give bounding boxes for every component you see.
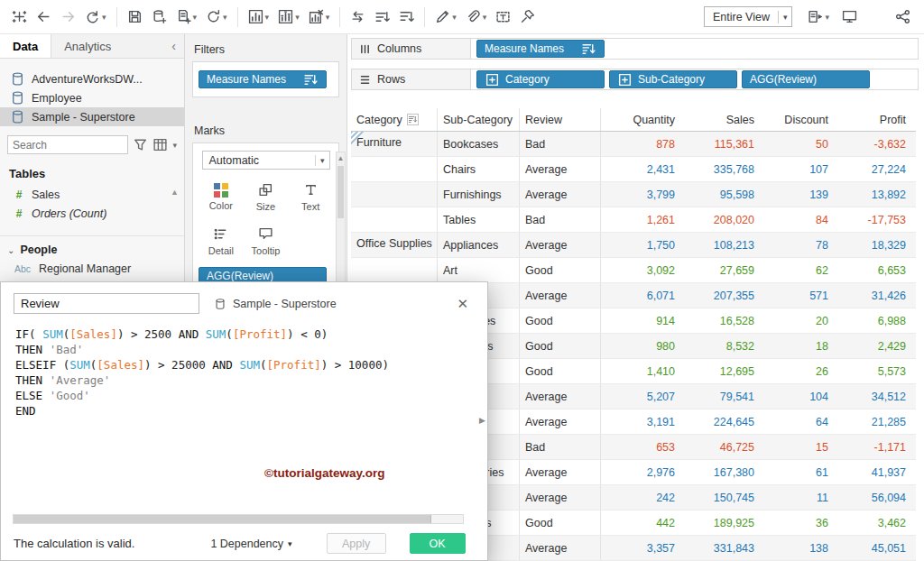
- value-cell[interactable]: 13,892: [836, 182, 914, 207]
- scrollbar-thumb[interactable]: [337, 166, 344, 218]
- value-cell[interactable]: 27,659: [683, 258, 762, 282]
- value-cell[interactable]: 139: [762, 182, 836, 207]
- view-options-icon[interactable]: [152, 137, 168, 152]
- clear-sheet-button[interactable]: ▾: [306, 5, 333, 29]
- group-members-button[interactable]: ▾: [463, 5, 490, 29]
- pill-measure-names[interactable]: Measure Names: [476, 40, 605, 58]
- value-cell[interactable]: 138: [762, 536, 836, 560]
- annotation-button[interactable]: [493, 5, 513, 29]
- data-source-item-sample-superstore[interactable]: Sample - Superstore: [0, 107, 184, 126]
- tab-data[interactable]: Data: [0, 34, 51, 58]
- value-cell[interactable]: 61: [762, 460, 836, 484]
- value-cell[interactable]: 442: [601, 510, 683, 535]
- value-cell[interactable]: -1,171: [836, 435, 914, 459]
- scrollbar-thumb[interactable]: [14, 515, 431, 523]
- tooltip-button[interactable]: Tooltip: [244, 223, 289, 260]
- review-cell[interactable]: Average: [520, 157, 601, 181]
- column-header-sales[interactable]: Sales: [683, 108, 762, 131]
- fit-select[interactable]: Entire View▾: [704, 6, 793, 27]
- value-cell[interactable]: 653: [601, 435, 683, 459]
- formula-scrollbar[interactable]: [13, 514, 464, 524]
- review-cell[interactable]: Bad: [520, 435, 601, 459]
- review-cell[interactable]: Average: [520, 182, 601, 207]
- replay-button[interactable]: ▾: [82, 5, 109, 29]
- subcategory-cell[interactable]: Furnishings: [438, 182, 520, 207]
- review-cell[interactable]: Average: [520, 460, 601, 484]
- value-cell[interactable]: 108,213: [683, 233, 762, 257]
- subcategory-cell[interactable]: Chairs: [438, 157, 520, 181]
- swap-rows-columns-button[interactable]: [347, 5, 368, 29]
- value-cell[interactable]: 12,695: [683, 359, 762, 383]
- color-button[interactable]: Color: [199, 179, 244, 216]
- close-icon[interactable]: ✕: [450, 294, 475, 314]
- pill-measure-names[interactable]: Measure Names: [199, 70, 327, 88]
- review-cell[interactable]: Average: [520, 409, 601, 434]
- formula-editor[interactable]: IF( SUM([Sales]) > 2500 AND SUM([Profit]…: [1, 326, 487, 418]
- value-cell[interactable]: 15: [762, 435, 836, 459]
- tableau-logo-icon[interactable]: [9, 5, 30, 29]
- value-cell[interactable]: 11: [762, 485, 836, 510]
- value-cell[interactable]: 50: [762, 132, 836, 156]
- value-cell[interactable]: 104: [762, 384, 836, 409]
- value-cell[interactable]: 64: [762, 409, 836, 434]
- value-cell[interactable]: 1,261: [601, 207, 683, 232]
- value-cell[interactable]: 95,598: [683, 182, 762, 207]
- value-cell[interactable]: 242: [601, 485, 683, 510]
- review-cell[interactable]: Average: [520, 536, 601, 560]
- value-cell[interactable]: -17,753: [836, 207, 914, 232]
- people-folder[interactable]: ⌄ People: [0, 235, 184, 259]
- category-cell[interactable]: Furniture: [351, 132, 438, 156]
- sort-ascending-button[interactable]: [372, 5, 393, 29]
- view-options-caret-icon[interactable]: ▾: [172, 141, 177, 150]
- column-header-discount[interactable]: Discount: [762, 108, 836, 131]
- column-header-review[interactable]: Review: [520, 108, 601, 131]
- value-cell[interactable]: 78: [762, 233, 836, 257]
- column-header-category[interactable]: Category: [351, 108, 438, 131]
- value-cell[interactable]: 56,094: [836, 485, 914, 510]
- filter-fields-icon[interactable]: [133, 137, 148, 152]
- value-cell[interactable]: 3,092: [601, 258, 683, 282]
- share-button[interactable]: [892, 5, 913, 29]
- value-cell[interactable]: 150,745: [683, 485, 762, 510]
- tab-analytics[interactable]: Analytics: [51, 34, 124, 58]
- value-cell[interactable]: 1,410: [601, 359, 683, 383]
- value-cell[interactable]: 27,224: [836, 157, 914, 181]
- value-cell[interactable]: 207,355: [683, 283, 762, 308]
- value-cell[interactable]: 189,925: [683, 510, 762, 535]
- field-item-orders-count[interactable]: #Orders (Count): [0, 204, 184, 223]
- data-source-item-employee[interactable]: Employee: [0, 88, 184, 107]
- new-worksheet-button[interactable]: ▾: [173, 5, 200, 29]
- subcategory-cell[interactable]: Appliances: [438, 233, 520, 257]
- review-cell[interactable]: Average: [520, 384, 601, 409]
- value-cell[interactable]: 26: [762, 359, 836, 383]
- scrollbar-up-icon[interactable]: ▲: [171, 188, 179, 197]
- value-cell[interactable]: 107: [762, 157, 836, 181]
- category-cell[interactable]: [351, 258, 438, 282]
- new-data-source-button[interactable]: [149, 5, 170, 29]
- value-cell[interactable]: 914: [601, 308, 683, 333]
- ok-button[interactable]: OK: [410, 533, 466, 554]
- value-cell[interactable]: 18,329: [836, 233, 914, 257]
- value-cell[interactable]: 18: [762, 334, 836, 358]
- value-cell[interactable]: 2,976: [601, 460, 683, 484]
- value-cell[interactable]: 208,020: [683, 207, 762, 232]
- value-cell[interactable]: 36: [762, 510, 836, 535]
- value-cell[interactable]: 6,653: [836, 258, 914, 282]
- value-cell[interactable]: 3,191: [601, 409, 683, 434]
- field-name-input[interactable]: [14, 293, 199, 314]
- review-cell[interactable]: Good: [520, 510, 601, 535]
- collapse-pane-icon[interactable]: ‹: [163, 39, 184, 53]
- scrollbar-up-icon[interactable]: ▲: [337, 152, 345, 164]
- search-input[interactable]: [13, 139, 123, 152]
- category-cell[interactable]: [351, 182, 438, 207]
- value-cell[interactable]: 45,051: [836, 536, 914, 560]
- value-cell[interactable]: 331,843: [683, 536, 762, 560]
- value-cell[interactable]: 20: [762, 308, 836, 333]
- value-cell[interactable]: 224,645: [683, 409, 762, 434]
- value-cell[interactable]: 3,799: [601, 182, 683, 207]
- subcategory-cell[interactable]: Tables: [438, 207, 520, 232]
- size-button[interactable]: Size: [244, 179, 289, 216]
- presentation-mode-button[interactable]: [839, 5, 860, 29]
- sort-descending-button[interactable]: [396, 5, 417, 29]
- value-cell[interactable]: -3,632: [836, 132, 914, 156]
